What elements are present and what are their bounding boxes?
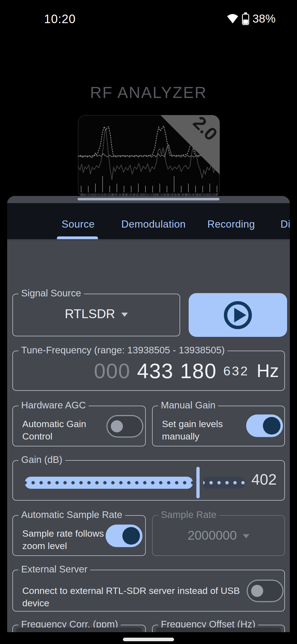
signal-source-value: RTLSDR <box>65 307 115 321</box>
tab-recording[interactable]: Recording <box>207 219 255 230</box>
chevron-down-icon <box>243 534 249 538</box>
tab-demodulation[interactable]: Demodulation <box>121 219 186 230</box>
gain-group: Gain (dB) 402 <box>12 460 285 501</box>
status-icons: 38% <box>227 12 276 25</box>
auto-sample-rate-legend: Automatic Sample Rate <box>18 509 125 520</box>
frequency-hz-group: 632 <box>223 363 249 378</box>
external-server-group: External Server Connect to external RTL-… <box>12 570 285 612</box>
signal-source-legend: Signal Source <box>18 288 84 299</box>
hardware-agc-legend: Hardware AGC <box>18 400 89 411</box>
gain-slider-inactive-track[interactable] <box>203 477 245 489</box>
gain-slider-handle[interactable] <box>196 467 200 498</box>
source-tab-content: Signal Source RTLSDR Tune-Frequency (ran… <box>7 241 290 632</box>
frequency-khz-group: 180 <box>180 359 217 383</box>
frequency-unit: Hz <box>257 360 279 381</box>
manual-gain-toggle[interactable] <box>246 414 283 437</box>
external-server-toggle[interactable] <box>247 580 284 602</box>
frequency-offset-input[interactable]: 0 <box>156 627 281 632</box>
sample-rate-group: Sample Rate 2000000 <box>152 515 285 556</box>
frequency-mhz-group: 433 <box>137 359 174 383</box>
status-bar: 10:20 38% <box>0 0 297 28</box>
manual-gain-legend: Manual Gain <box>158 400 218 411</box>
auto-sample-rate-group: Automatic Sample Rate Sample rate follow… <box>12 515 146 556</box>
home-indicator[interactable] <box>123 638 174 641</box>
play-icon <box>221 298 255 332</box>
external-server-description: Connect to external RTL-SDR server inste… <box>22 585 248 609</box>
drag-handle[interactable] <box>78 198 219 200</box>
active-tab-indicator <box>57 236 98 239</box>
frequency-correction-input[interactable]: 0 <box>16 627 142 632</box>
auto-sample-rate-description: Sample rate follows zoom level <box>22 527 110 552</box>
battery-percent: 38% <box>252 12 276 25</box>
toggle-thumb <box>122 527 140 545</box>
sample-rate-dropdown: 2000000 <box>153 528 284 543</box>
toggle-thumb <box>251 585 263 597</box>
frequency-offset-group: Frequency Offset (Hz) 0 <box>152 625 285 632</box>
tab-source[interactable]: Source <box>62 219 95 230</box>
start-analyzer-button[interactable] <box>189 293 287 337</box>
chevron-down-icon <box>121 313 128 317</box>
app-logo: 2.0 <box>78 115 220 198</box>
frequency-display[interactable]: 000 433 180 632 Hz <box>94 351 279 390</box>
app-title: RF ANALYZER <box>0 83 297 102</box>
gain-legend: Gain (dB) <box>18 454 65 465</box>
hardware-agc-description: Automatic Gain Control <box>22 418 108 443</box>
frequency-ghz-group: 000 <box>94 359 130 383</box>
signal-source-dropdown[interactable]: RTLSDR <box>13 306 180 321</box>
screen: 10:20 38% RF ANALYZER <box>0 0 297 644</box>
tab-bar: Source Demodulation Recording Di <box>7 203 290 241</box>
gain-value: 402 <box>251 471 277 488</box>
status-time: 10:20 <box>44 12 76 26</box>
manual-gain-description: Set gain levels manually <box>162 418 244 443</box>
hardware-agc-group: Hardware AGC Automatic Gain Control <box>12 406 146 446</box>
battery-icon <box>242 12 249 25</box>
tune-frequency-group: Tune-Frequency (range: 13938505 - 139385… <box>12 351 285 391</box>
toggle-thumb <box>111 420 123 432</box>
tab-display[interactable]: Di <box>280 219 290 230</box>
external-server-legend: External Server <box>18 564 90 575</box>
sample-rate-value: 2000000 <box>188 528 237 542</box>
auto-sample-rate-toggle[interactable] <box>106 525 142 547</box>
signal-source-group[interactable]: Signal Source RTLSDR <box>12 294 180 336</box>
manual-gain-group: Manual Gain Set gain levels manually <box>152 406 285 446</box>
gesture-nav-bar <box>0 632 297 644</box>
toggle-thumb <box>263 417 280 435</box>
frequency-correction-group: Frequency Corr. (ppm) 0 <box>12 625 146 632</box>
sample-rate-legend: Sample Rate <box>158 509 219 520</box>
gain-slider-active-track[interactable] <box>25 477 193 489</box>
settings-sheet: Source Demodulation Recording Di Signal … <box>7 196 290 632</box>
hardware-agc-toggle[interactable] <box>106 415 143 438</box>
wifi-icon <box>227 13 239 24</box>
